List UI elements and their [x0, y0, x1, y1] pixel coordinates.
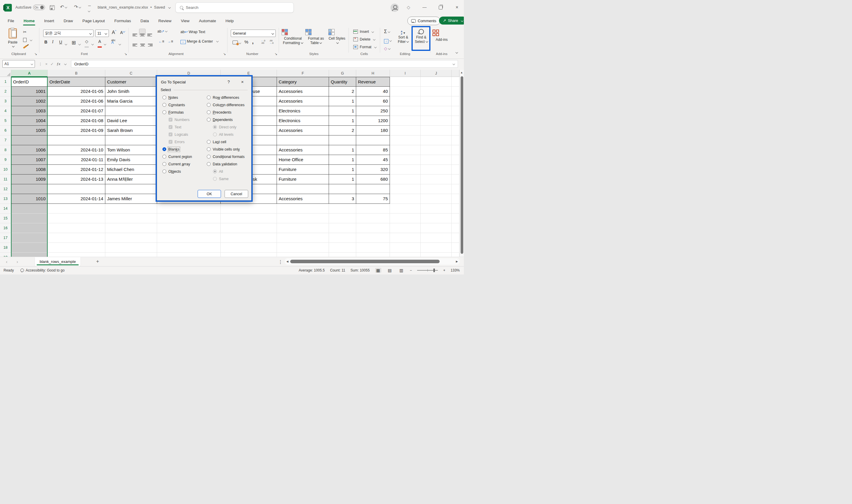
cell-H12[interactable]: [356, 184, 390, 194]
row-header-14[interactable]: 14: [0, 204, 11, 214]
cell-J9[interactable]: [421, 155, 452, 165]
font-name-select[interactable]: 맑은 고딕: [43, 30, 93, 37]
cell-B14[interactable]: [48, 204, 105, 214]
ribbon-tab-data[interactable]: Data: [137, 17, 153, 24]
cell-J6[interactable]: [421, 126, 452, 136]
cell-B1[interactable]: OrderDate: [48, 77, 105, 87]
radio-button[interactable]: [207, 95, 211, 100]
align-bottom-button[interactable]: [147, 30, 152, 36]
cell-F2[interactable]: Accessories: [277, 87, 329, 96]
cell-H15[interactable]: [356, 214, 390, 223]
cell-B18[interactable]: [48, 243, 105, 253]
cell-C19[interactable]: [105, 253, 157, 257]
option-current-region[interactable]: Current region: [162, 153, 204, 160]
cell-D19[interactable]: [157, 253, 221, 257]
cell-C14[interactable]: [105, 204, 157, 214]
cell-A5[interactable]: 1004: [11, 116, 48, 126]
radio-button[interactable]: [162, 162, 166, 166]
cell-B3[interactable]: 2024-01-06: [48, 96, 105, 106]
cell-I18[interactable]: [390, 243, 421, 253]
option-last-cell[interactable]: Last cell: [207, 138, 251, 145]
cell-B4[interactable]: 2024-01-07: [48, 106, 105, 116]
confirm-entry-icon[interactable]: ✓: [51, 62, 54, 66]
align-middle-button[interactable]: [139, 29, 146, 35]
cell-H7[interactable]: [356, 136, 390, 145]
new-sheet-button[interactable]: +: [96, 258, 99, 265]
row-header-13[interactable]: 13: [0, 194, 11, 204]
cell-C6[interactable]: Sarah Brown: [105, 126, 157, 136]
cell-K16[interactable]: [452, 223, 459, 233]
column-header-D[interactable]: D: [157, 70, 221, 77]
ok-button[interactable]: OK: [198, 190, 221, 198]
borders-dropdown[interactable]: [77, 41, 80, 47]
vertical-scrollbar-thumb[interactable]: [460, 76, 463, 254]
cell-B6[interactable]: 2024-01-09: [48, 126, 105, 136]
column-header-C[interactable]: C: [105, 70, 157, 77]
cell-J8[interactable]: [421, 145, 452, 155]
cell-G15[interactable]: [329, 214, 356, 223]
scroll-left-arrow-icon[interactable]: ◀: [286, 260, 288, 263]
row-header-9[interactable]: 9: [0, 155, 11, 165]
cell-J2[interactable]: [421, 87, 452, 96]
option-formulas[interactable]: Formulas: [162, 109, 204, 116]
cell-F16[interactable]: [277, 223, 329, 233]
cell-C16[interactable]: [105, 223, 157, 233]
radio-button[interactable]: [162, 103, 166, 107]
column-header-J[interactable]: J: [421, 70, 452, 77]
row-header-11[interactable]: 11: [0, 175, 11, 184]
cell-A7[interactable]: [11, 136, 48, 145]
excel-app-icon[interactable]: X: [4, 4, 12, 12]
cell-H1[interactable]: Revenue: [356, 77, 390, 87]
phonetic-dropdown[interactable]: [118, 41, 121, 47]
merge-center-button[interactable]: ↔ Merge & Center: [180, 39, 218, 44]
cancel-entry-icon[interactable]: ×: [45, 62, 48, 66]
cell-G17[interactable]: [329, 233, 356, 243]
zoom-slider[interactable]: [417, 270, 438, 271]
number-dialog-launcher-icon[interactable]: ↘: [274, 52, 277, 56]
radio-button[interactable]: [207, 103, 211, 107]
cell-C2[interactable]: John Smith: [105, 87, 157, 96]
cell-D16[interactable]: [157, 223, 221, 233]
cell-F3[interactable]: Accessories: [277, 96, 329, 106]
comma-style-button[interactable]: ,: [252, 38, 254, 45]
cell-E18[interactable]: [221, 243, 277, 253]
option-precedents[interactable]: Precedents: [207, 109, 251, 116]
cell-G4[interactable]: 1: [329, 106, 356, 116]
cell-K18[interactable]: [452, 243, 459, 253]
cell-B16[interactable]: [48, 223, 105, 233]
radio-button[interactable]: [207, 155, 211, 159]
cell-G18[interactable]: [329, 243, 356, 253]
cell-G9[interactable]: 1: [329, 155, 356, 165]
accounting-format-button[interactable]: [233, 40, 241, 46]
ribbon-tab-view[interactable]: View: [177, 17, 193, 24]
cell-J7[interactable]: [421, 136, 452, 145]
row-header-2[interactable]: 2: [0, 87, 11, 96]
column-header-E[interactable]: E: [221, 70, 277, 77]
insert-function-icon[interactable]: ƒx: [57, 61, 60, 66]
cell-A13[interactable]: 1010: [11, 194, 48, 204]
italic-button[interactable]: I: [52, 40, 54, 44]
cell-J16[interactable]: [421, 223, 452, 233]
zoom-in-button[interactable]: +: [443, 268, 445, 272]
cell-J14[interactable]: [421, 204, 452, 214]
orientation-button[interactable]: ab↗: [157, 29, 167, 33]
font-color-dropdown[interactable]: [103, 41, 106, 47]
option-conditional-formats[interactable]: Conditional formats: [207, 153, 251, 160]
cell-K14[interactable]: [452, 204, 459, 214]
cell-G10[interactable]: 1: [329, 165, 356, 175]
cell-G13[interactable]: 3: [329, 194, 356, 204]
cell-K7[interactable]: [452, 136, 459, 145]
clear-button[interactable]: ◇: [384, 46, 390, 51]
cell-I9[interactable]: [390, 155, 421, 165]
row-header-15[interactable]: 15: [0, 214, 11, 223]
page-layout-view-button[interactable]: ▤: [387, 268, 393, 273]
addins-button[interactable]: Add-ins: [433, 30, 451, 42]
cell-J11[interactable]: [421, 175, 452, 184]
previous-sheet-arrow[interactable]: ‹: [6, 259, 7, 264]
cell-H2[interactable]: 40: [356, 87, 390, 96]
cell-I3[interactable]: [390, 96, 421, 106]
option-constants[interactable]: Constants: [162, 101, 204, 109]
restore-button[interactable]: [439, 6, 442, 10]
font-dialog-launcher-icon[interactable]: ↘: [124, 52, 127, 56]
close-button[interactable]: ×: [456, 5, 458, 10]
